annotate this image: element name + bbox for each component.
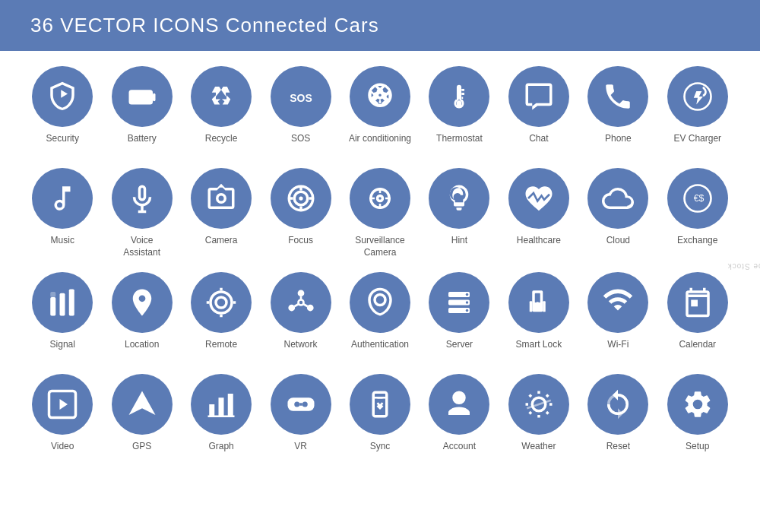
svg-point-40 — [466, 309, 469, 312]
svg-line-67 — [527, 401, 551, 409]
svg-point-39 — [466, 301, 469, 304]
icon-label-setup: Setup — [686, 441, 709, 462]
icon-circle-camera — [191, 168, 252, 229]
svg-rect-7 — [458, 86, 461, 100]
header-title: 36 VECTOR ICONS Connected Cars — [30, 14, 379, 36]
icon-item-calendar: Calendar — [658, 272, 737, 360]
icon-label-ev-charger: EV Charger — [673, 133, 721, 154]
icon-circle-account — [429, 374, 489, 435]
icon-label-battery: Battery — [128, 133, 157, 154]
icon-label-graph: Graph — [208, 441, 233, 462]
svg-rect-23 — [69, 290, 74, 316]
svg-rect-49 — [209, 404, 214, 416]
icon-label-phone: Phone — [605, 133, 632, 154]
icon-circle-signal — [32, 272, 93, 333]
icon-item-voice-assistant: VoiceAssistant — [102, 168, 181, 258]
icon-circle-music — [32, 168, 93, 229]
icon-grid-container: Security Battery Recycle SOS SOS — [0, 51, 760, 470]
icon-circle-remote — [191, 272, 252, 333]
svg-line-64 — [546, 412, 548, 413]
icon-label-air-conditioning: Air conditioning — [349, 133, 411, 154]
icon-item-setup: Setup — [658, 374, 737, 462]
icon-item-healthcare: Healthcare — [499, 168, 578, 258]
svg-line-65 — [529, 412, 530, 413]
icon-label-wifi: Wi-Fi — [607, 339, 629, 360]
svg-line-66 — [546, 395, 548, 397]
icon-item-air-conditioning: Air conditioning — [340, 66, 420, 154]
svg-rect-45 — [543, 301, 546, 312]
icon-label-server: Server — [446, 339, 473, 360]
icon-circle-voice-assistant — [112, 168, 173, 229]
icon-circle-location — [112, 272, 173, 333]
icon-item-surveillance-camera: SurveillanceCamera — [340, 168, 420, 258]
icon-item-location: Location — [102, 272, 181, 360]
icon-item-wifi: Wi-Fi — [578, 272, 657, 360]
icon-item-server: Server — [420, 272, 499, 360]
icon-item-exchange: €$ Exchange — [658, 168, 737, 258]
svg-rect-51 — [228, 394, 233, 416]
icon-item-camera: Camera — [182, 168, 261, 258]
svg-marker-47 — [60, 399, 68, 410]
icon-circle-thermostat — [429, 66, 489, 127]
icon-circle-reset — [587, 374, 648, 435]
icon-item-music: Music — [23, 168, 102, 258]
svg-text:SOS: SOS — [290, 92, 312, 104]
icon-item-phone: Phone — [578, 66, 657, 154]
svg-point-43 — [536, 302, 540, 306]
icon-item-recycle: Recycle — [182, 66, 261, 154]
svg-rect-44 — [530, 301, 533, 312]
svg-point-38 — [466, 293, 469, 296]
icon-circle-setup — [667, 374, 728, 435]
icon-label-gps: GPS — [132, 441, 151, 462]
icon-item-battery: Battery — [102, 66, 181, 154]
svg-rect-1 — [153, 93, 156, 102]
icon-circle-smart-lock — [508, 272, 569, 333]
icon-item-chat: Chat — [499, 66, 578, 154]
icon-circle-air-conditioning — [350, 66, 410, 127]
icon-circle-healthcare — [508, 168, 569, 229]
icon-item-security: Security — [23, 66, 102, 154]
icon-circle-wifi — [587, 272, 648, 333]
icon-circle-recycle — [191, 66, 252, 127]
icon-item-cloud: Cloud — [578, 168, 657, 258]
icon-grid: Security Battery Recycle SOS SOS — [23, 66, 737, 462]
icon-item-authentication: Authentication — [340, 272, 420, 360]
icon-circle-exchange: €$ — [667, 168, 728, 229]
svg-rect-50 — [219, 397, 224, 416]
icon-item-video: Video — [23, 374, 102, 462]
icon-item-remote: Remote — [182, 272, 261, 360]
icon-label-security: Security — [46, 133, 79, 154]
svg-rect-42 — [535, 293, 540, 302]
icon-circle-sos: SOS — [271, 66, 331, 127]
svg-line-63 — [529, 395, 530, 397]
svg-rect-2 — [132, 93, 136, 102]
icon-item-vr: VR — [261, 374, 340, 462]
icon-label-sync: Sync — [370, 441, 391, 462]
icon-item-focus: Focus — [261, 168, 340, 258]
icon-label-surveillance-camera: SurveillanceCamera — [355, 235, 404, 258]
icon-item-account: Account — [420, 374, 499, 462]
icon-circle-weather — [508, 374, 569, 435]
icon-circle-security — [32, 66, 93, 127]
svg-rect-4 — [143, 93, 147, 102]
icon-circle-server — [429, 272, 489, 333]
icon-label-account: Account — [443, 441, 476, 462]
icon-circle-surveillance-camera — [350, 168, 410, 229]
svg-line-33 — [294, 304, 299, 307]
icon-circle-chat — [508, 66, 569, 127]
icon-label-cloud: Cloud — [606, 235, 630, 256]
icon-circle-hint — [429, 168, 489, 229]
svg-point-28 — [297, 290, 304, 297]
icon-label-reset: Reset — [606, 441, 630, 462]
icon-circle-calendar — [667, 272, 728, 333]
icon-label-focus: Focus — [288, 235, 313, 256]
icon-label-video: Video — [51, 441, 74, 462]
icon-item-gps: GPS — [102, 374, 181, 462]
icon-label-authentication: Authentication — [351, 339, 409, 360]
icon-circle-gps — [112, 374, 173, 435]
icon-circle-ev-charger — [667, 66, 728, 127]
icon-label-music: Music — [51, 235, 74, 256]
icon-item-thermostat: Thermostat — [420, 66, 499, 154]
icon-item-signal: Signal — [23, 272, 102, 360]
icon-circle-vr — [271, 374, 331, 435]
